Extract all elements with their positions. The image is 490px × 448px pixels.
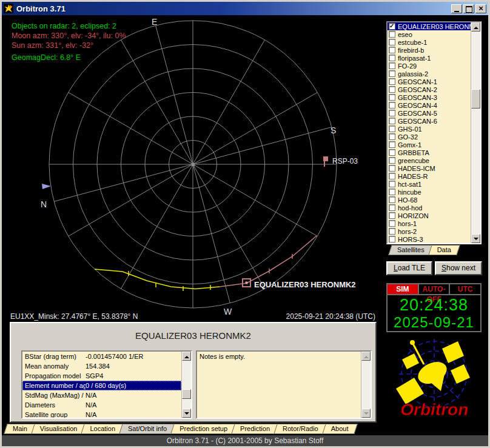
satellite-checkbox[interactable] — [389, 173, 395, 179]
satellite-checkbox[interactable] — [389, 62, 395, 69]
satellite-list-item[interactable]: GRBBETA — [388, 149, 471, 156]
satellite-checkbox[interactable] — [389, 204, 395, 211]
satellite-checkbox[interactable] — [389, 118, 395, 124]
satellite-checkbox[interactable] — [389, 181, 395, 187]
orbit-data-row[interactable]: StdMag (MaxMag) / RCS N/A — [22, 390, 181, 400]
satellite-list-item[interactable]: HORS-3 — [388, 235, 471, 243]
marker-rsp03[interactable] — [323, 156, 328, 167]
satellite-checkbox[interactable] — [389, 55, 395, 61]
satellite-checkbox[interactable] — [389, 86, 395, 93]
satellite-checkbox[interactable] — [389, 23, 395, 30]
show-next-button[interactable]: Show next — [435, 261, 482, 275]
satellite-list-item[interactable]: galassia-2 — [388, 70, 471, 78]
satellite-checkbox[interactable] — [389, 141, 395, 148]
orbit-data-row[interactable]: Element number / age 0 / 680 day(s) — [22, 381, 181, 390]
scroll-up-icon[interactable] — [471, 22, 480, 32]
orbit-data-listbox[interactable]: BStar (drag term) -0.001457400 1/ER Mean… — [21, 350, 192, 419]
satellite-list-item[interactable]: Gomx-1 — [388, 141, 471, 149]
orbit-data-row[interactable]: Mean anomaly 154.384 — [22, 361, 181, 371]
satellite-list-item[interactable]: GEOSCAN-1 — [388, 78, 471, 85]
orbit-data-row[interactable]: Diameters N/A — [22, 400, 181, 410]
satellite-list-item[interactable]: hct-sat1 — [388, 180, 471, 188]
satellite-list-item[interactable]: GEOSCAN-2 — [388, 85, 471, 93]
satellite-list-item[interactable]: hors-1 — [388, 219, 471, 227]
orbit-data-rows[interactable]: BStar (drag term) -0.001457400 1/ER Mean… — [22, 352, 181, 418]
maximize-button[interactable] — [463, 4, 474, 13]
satellite-list-item[interactable]: GEOSCAN-6 — [388, 117, 471, 125]
satellite-checkbox[interactable] — [389, 39, 395, 45]
satellite-list-scrollbar[interactable] — [471, 22, 480, 243]
tab[interactable]: Location — [82, 424, 122, 434]
tab[interactable]: Satellites — [390, 245, 432, 255]
satellite-list[interactable]: EQUALIZER03 HERONMK2 eseo estcube-1 fire… — [388, 22, 471, 243]
radar-display[interactable]: RSP-03 EQUALIZER03 HERONMK2 E S W N Obje… — [4, 16, 381, 322]
title-bar[interactable]: Orbitron 3.71 — [2, 2, 488, 15]
satellite-checkbox[interactable] — [389, 78, 395, 85]
satellite-checkbox[interactable] — [389, 125, 395, 132]
satellite-checkbox[interactable] — [389, 212, 395, 219]
marker-label-equalizer03: EQUALIZER03 HERONMK2 — [254, 280, 356, 289]
satellite-list-item[interactable]: EQUALIZER03 HERONMK2 — [388, 22, 471, 30]
satellite-checkbox[interactable] — [389, 70, 395, 77]
tab[interactable]: Prediction — [233, 424, 277, 434]
satellite-checkbox[interactable] — [389, 189, 395, 195]
scroll-down-icon[interactable] — [182, 409, 191, 418]
tab[interactable]: Main — [5, 424, 35, 434]
satellite-checkbox[interactable] — [389, 31, 395, 38]
satellite-checkbox[interactable] — [389, 47, 395, 53]
satellite-list-item[interactable]: GEOSCAN-5 — [388, 109, 471, 117]
tab[interactable]: Visualisation — [33, 424, 85, 434]
satellite-list-item[interactable]: hors-2 — [388, 227, 471, 235]
satellite-list-item[interactable]: floripasat-1 — [388, 54, 471, 62]
orbit-data-row[interactable]: BStar (drag term) -0.001457400 1/ER — [22, 352, 181, 361]
notes-box[interactable]: Notes is empty. — [196, 350, 372, 419]
clock-mode-toggle[interactable]: UTC — [450, 284, 480, 294]
tab[interactable]: About — [324, 424, 356, 434]
satellite-checkbox[interactable] — [389, 102, 395, 109]
tab[interactable]: Rotor/Radio — [275, 424, 326, 434]
satellite-checkbox[interactable] — [389, 94, 395, 101]
orbit-data-row[interactable]: Propagation model SGP4 — [22, 371, 181, 381]
clock-mode-toggle[interactable]: SIM — [388, 284, 419, 294]
satellite-list-item[interactable]: HADES-R — [388, 172, 471, 180]
satellite-list-item[interactable]: hincube — [388, 188, 471, 196]
satellite-checkbox[interactable] — [389, 149, 395, 156]
satellite-checkbox[interactable] — [389, 165, 395, 172]
satellite-list-item[interactable]: firebird-b — [388, 46, 471, 54]
satellite-list-item[interactable]: HORIZON — [388, 212, 471, 219]
scroll-up-icon[interactable] — [182, 352, 191, 361]
satellite-list-item[interactable]: FO-29 — [388, 62, 471, 70]
scrollbar-thumb[interactable] — [182, 389, 191, 399]
satellite-checkbox[interactable] — [389, 110, 395, 116]
satellite-list-item[interactable]: GO-32 — [388, 133, 471, 141]
satellite-checkbox[interactable] — [389, 196, 395, 203]
satellite-checkbox[interactable] — [389, 228, 395, 235]
load-tle-button[interactable]: Load TLE — [386, 261, 432, 275]
minimize-button[interactable] — [451, 4, 462, 13]
satellite-list-item[interactable]: hod-hod — [388, 204, 471, 212]
orbit-data-scrollbar[interactable] — [181, 352, 191, 418]
satellite-list-item[interactable]: GEOSCAN-4 — [388, 101, 471, 109]
satellite-list-item[interactable]: HO-68 — [388, 196, 471, 204]
scroll-down-icon[interactable] — [471, 234, 480, 243]
satellite-list-item[interactable]: greencube — [388, 156, 471, 164]
scrollbar-thumb[interactable] — [471, 89, 480, 109]
satellite-list-item[interactable]: HADES-ICM — [388, 164, 471, 172]
notes-scrollbar[interactable] — [361, 352, 371, 418]
satellite-list-item[interactable]: estcube-1 — [388, 38, 471, 46]
satellite-list-item[interactable]: eseo — [388, 30, 471, 38]
satellite-checkbox[interactable] — [389, 157, 395, 164]
tab[interactable]: Data — [430, 245, 458, 255]
satellite-checkbox[interactable] — [389, 220, 395, 227]
orbit-data-label: Mean anomaly — [25, 363, 86, 370]
satellite-checkbox[interactable] — [389, 236, 395, 242]
clock-mode-toggle[interactable]: AUTO-OFF — [419, 284, 451, 294]
marker-equalizer03[interactable] — [243, 279, 250, 287]
close-button[interactable] — [475, 4, 486, 13]
satellite-list-item[interactable]: GHS-01 — [388, 125, 471, 133]
satellite-list-item[interactable]: GEOSCAN-3 — [388, 93, 471, 101]
tab[interactable]: Prediction setup — [172, 424, 235, 434]
tab[interactable]: Sat/Orbit info — [121, 424, 174, 434]
orbit-data-row[interactable]: Satellite group N/A — [22, 410, 181, 418]
satellite-checkbox[interactable] — [389, 133, 395, 140]
